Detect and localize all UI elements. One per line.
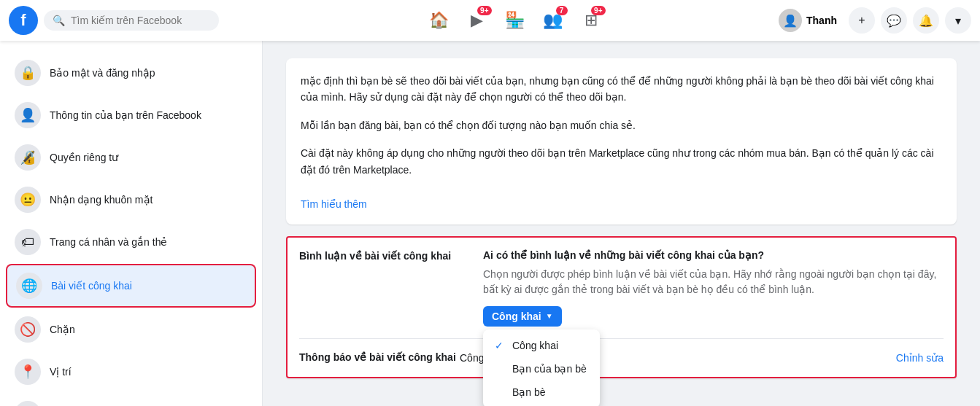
navbar-right: 👤 Thanh + 💬 🔔 ▾ [773, 6, 971, 35]
comment-section: Bình luận về bài viết công khai Ai có th… [288, 238, 955, 338]
main-content: mặc định thì bạn bè sẽ theo dõi bài viết… [263, 41, 980, 406]
sidebar-item-label: Thông tin của bạn trên Facebook [50, 109, 201, 121]
sidebar-item-language[interactable]: Aa Ngôn ngữ và khu vực [6, 394, 256, 406]
sidebar-item-label: Trang cá nhân và gắn thẻ [50, 236, 167, 248]
add-button[interactable]: + [849, 7, 875, 34]
dropdown-container: Công khai ▼ ✓ Công khai ✓ Bạn c [483, 306, 944, 327]
sidebar-item-label: Vị trí [50, 366, 72, 378]
comment-question: Ai có thể bình luận về những bài viết cô… [483, 249, 944, 261]
navbar: f 🔍 🏠 ▶ 9+ 🏪 👥 7 ⊞ 9+ 👤 Thanh [0, 0, 980, 41]
comment-section-heading: Bình luận về bài viết công khai [299, 250, 451, 262]
intro-para1: mặc định thì bạn bè sẽ theo dõi bài viết… [301, 73, 942, 106]
friends-nav-button[interactable]: 👥 7 [536, 3, 571, 38]
notification-label: Thông báo về bài viết công khai [299, 351, 460, 365]
home-nav-button[interactable]: 🏠 [422, 3, 457, 38]
dropdown-menu: ✓ Công khai ✓ Bạn của bạn bè ✓ Bạn bè [483, 329, 600, 406]
video-badge: 9+ [477, 6, 491, 15]
sidebar-item-location[interactable]: 📍 Vị trí [6, 351, 256, 392]
comment-desc-col: Ai có thể bình luận về những bài viết cô… [483, 249, 944, 327]
sidebar-item-public-posts[interactable]: 🌐 Bài viết công khai [6, 264, 256, 308]
intro-para3: Cài đặt này không áp dụng cho những ngườ… [301, 145, 942, 178]
pages-nav-button[interactable]: ⊞ 9+ [574, 3, 609, 38]
user-name: Thanh [806, 15, 837, 26]
notification-edit-link[interactable]: Chỉnh sửa [896, 352, 944, 364]
home-icon: 🏠 [429, 11, 449, 30]
sidebar-item-label: Chặn [50, 324, 75, 335]
learn-more-link[interactable]: Tìm hiểu thêm [301, 198, 367, 210]
comment-description: Chọn người được phép bình luận về bài vi… [483, 267, 944, 297]
page-layout: 🔒 Bảo mật và đăng nhập 👤 Thông tin của b… [0, 41, 980, 406]
privacy-icon: 🔏 [15, 144, 41, 171]
sidebar-item-label: Nhận dạng khuôn mặt [50, 194, 153, 206]
notifications-button[interactable]: 🔔 [913, 7, 939, 34]
avatar: 👤 [779, 9, 802, 32]
public-posts-settings-card: Bình luận về bài viết công khai Ai có th… [286, 236, 957, 378]
navbar-left: f 🔍 [9, 6, 257, 35]
dropdown-option-label: Bạn của bạn bè [512, 363, 587, 375]
search-bar[interactable]: 🔍 [44, 10, 219, 31]
location-icon: 📍 [15, 359, 41, 385]
dropdown-option-friends[interactable]: ✓ Bạn bè [483, 380, 600, 404]
marketplace-nav-button[interactable]: 🏪 [498, 3, 533, 38]
dropdown-option-friends-of-friends[interactable]: ✓ Bạn của bạn bè [483, 357, 600, 380]
dropdown-option-public[interactable]: ✓ Công khai [483, 334, 600, 357]
comment-heading-row: Bình luận về bài viết công khai Ai có th… [299, 249, 944, 327]
sidebar-item-block[interactable]: 🚫 Chặn [6, 309, 256, 350]
marketplace-icon: 🏪 [505, 11, 525, 30]
dropdown-arrow-icon: ▼ [546, 312, 553, 320]
sidebar: 🔒 Bảo mật và đăng nhập 👤 Thông tin của b… [0, 41, 263, 406]
sidebar-item-security[interactable]: 🔒 Bảo mật và đăng nhập [6, 52, 256, 93]
audience-dropdown-button[interactable]: Công khai ▼ [483, 306, 562, 327]
sidebar-item-label: Bảo mật và đăng nhập [50, 67, 155, 79]
navbar-center: 🏠 ▶ 9+ 🏪 👥 7 ⊞ 9+ [257, 3, 773, 38]
sidebar-item-label: Bài viết công khai [51, 280, 132, 292]
language-icon: Aa [15, 401, 41, 406]
sidebar-item-privacy[interactable]: 🔏 Quyền riêng tư [6, 137, 256, 178]
sidebar-item-profile-info[interactable]: 👤 Thông tin của bạn trên Facebook [6, 95, 256, 136]
dropdown-option-label: Công khai [512, 340, 558, 351]
profile-info-icon: 👤 [15, 102, 41, 128]
public-posts-icon: 🌐 [16, 273, 42, 299]
search-icon: 🔍 [53, 15, 65, 26]
profile-tagging-icon: 🏷 [15, 229, 41, 255]
friends-badge: 7 [556, 6, 568, 15]
intro-section: mặc định thì bạn bè sẽ theo dõi bài viết… [286, 58, 957, 225]
facebook-logo[interactable]: f [9, 6, 38, 35]
notification-row: Thông báo về bài viết công khai Công kha… [288, 339, 955, 377]
sidebar-item-profile-tagging[interactable]: 🏷 Trang cá nhân và gắn thẻ [6, 222, 256, 262]
messenger-button[interactable]: 💬 [881, 7, 907, 34]
dropdown-option-label: Bạn bè [512, 386, 546, 398]
menu-dropdown-button[interactable]: ▾ [945, 7, 971, 34]
face-recognition-icon: 😐 [15, 187, 41, 213]
video-nav-button[interactable]: ▶ 9+ [460, 3, 495, 38]
pages-badge: 9+ [591, 6, 605, 15]
intro-para2: Mỗi lần bạn đăng bài, bạn có thể chọn đố… [301, 117, 942, 133]
sidebar-item-label: Quyền riêng tư [50, 152, 118, 163]
search-input[interactable] [71, 15, 210, 26]
check-icon: ✓ [495, 340, 506, 351]
user-profile-button[interactable]: 👤 Thanh [773, 6, 843, 35]
block-icon: 🚫 [15, 316, 41, 343]
sidebar-item-face-recognition[interactable]: 😐 Nhận dạng khuôn mặt [6, 179, 256, 220]
security-icon: 🔒 [15, 60, 41, 86]
comment-label-col: Bình luận về bài viết công khai [299, 249, 460, 327]
dropdown-selected-value: Công khai [492, 311, 541, 322]
